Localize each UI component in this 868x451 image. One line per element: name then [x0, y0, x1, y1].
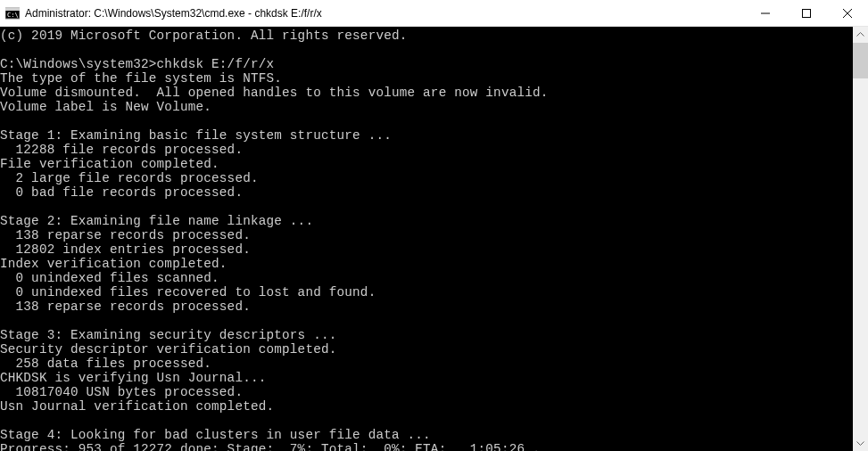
maximize-button[interactable] — [786, 0, 827, 26]
svg-text:C:\: C:\ — [7, 12, 19, 19]
console-line: 12802 index entries processed. — [0, 242, 853, 257]
console-line: Stage 2: Examining file name linkage ... — [0, 214, 853, 228]
console-line: (c) 2019 Microsoft Corporation. All righ… — [0, 29, 853, 43]
console-line: Stage 3: Examining security descriptors … — [0, 328, 853, 342]
svg-rect-1 — [5, 8, 20, 11]
console-line: Volume label is New Volume. — [0, 100, 853, 114]
console-line: Progress: 953 of 12272 done; Stage: 7%; … — [0, 442, 853, 451]
close-button[interactable] — [827, 0, 868, 26]
close-icon — [843, 9, 852, 18]
console-line: 12288 file records processed. — [0, 143, 853, 157]
console-line: 10817040 USN bytes processed. — [0, 385, 853, 399]
console-line: The type of the file system is NTFS. — [0, 71, 853, 86]
window-title: Administrator: C:\Windows\System32\cmd.e… — [25, 7, 745, 20]
console-line — [0, 43, 853, 57]
console-line: C:\Windows\system32>chkdsk E:/f/r/x — [0, 57, 853, 71]
console-line: Security descriptor verification complet… — [0, 342, 853, 357]
scrollbar[interactable] — [853, 27, 868, 451]
console-line: Stage 1: Examining basic file system str… — [0, 128, 853, 143]
console-line: 138 reparse records processed. — [0, 228, 853, 242]
console-output[interactable]: (c) 2019 Microsoft Corporation. All righ… — [0, 27, 853, 451]
console-line: 138 reparse records processed. — [0, 299, 853, 314]
minimize-button[interactable] — [745, 0, 786, 26]
maximize-icon — [802, 9, 811, 18]
console-line: 2 large file records processed. — [0, 171, 853, 185]
scroll-up-button[interactable] — [853, 27, 868, 42]
console-line — [0, 314, 853, 328]
titlebar: C:\ Administrator: C:\Windows\System32\c… — [0, 0, 868, 27]
chevron-up-icon — [856, 32, 864, 37]
console-line — [0, 114, 853, 128]
scroll-down-button[interactable] — [853, 436, 868, 451]
console-line: Volume dismounted. All opened handles to… — [0, 86, 853, 100]
svg-rect-4 — [803, 9, 811, 17]
console-line: 0 bad file records processed. — [0, 185, 853, 200]
console-line: File verification completed. — [0, 157, 853, 171]
console-line: Stage 4: Looking for bad clusters in use… — [0, 428, 853, 442]
console-area: (c) 2019 Microsoft Corporation. All righ… — [0, 27, 868, 451]
scrollbar-thumb[interactable] — [853, 43, 868, 78]
minimize-icon — [761, 9, 770, 18]
cmd-icon: C:\ — [5, 6, 20, 20]
console-line: 0 unindexed files scanned. — [0, 271, 853, 285]
console-line: 0 unindexed files recovered to lost and … — [0, 285, 853, 299]
cmd-window: C:\ Administrator: C:\Windows\System32\c… — [0, 0, 868, 451]
console-line: CHKDSK is verifying Usn Journal... — [0, 371, 853, 385]
chevron-down-icon — [856, 441, 864, 446]
window-controls — [745, 0, 868, 26]
console-line: Usn Journal verification completed. — [0, 399, 853, 414]
console-line: 258 data files processed. — [0, 357, 853, 371]
console-line — [0, 414, 853, 428]
console-line — [0, 200, 853, 214]
console-line: Index verification completed. — [0, 257, 853, 271]
